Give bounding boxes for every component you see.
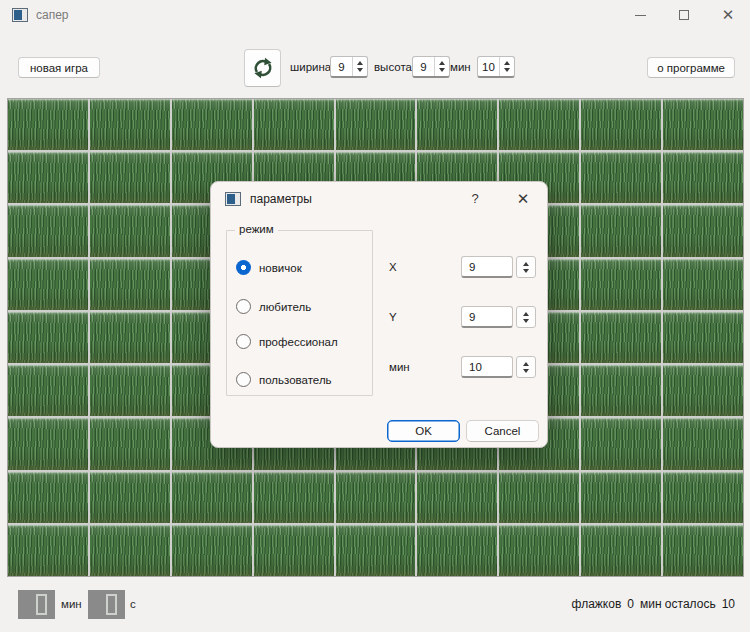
tile[interactable] <box>581 312 661 363</box>
tile[interactable] <box>90 365 170 416</box>
tile[interactable] <box>417 472 497 523</box>
tile[interactable] <box>90 152 170 203</box>
tile[interactable] <box>8 152 88 203</box>
spin-down-icon[interactable] <box>439 68 445 72</box>
tile[interactable] <box>172 525 252 576</box>
height-spinner[interactable]: 9 <box>412 56 450 78</box>
tile[interactable] <box>8 312 88 363</box>
dialog-mines-spinner[interactable]: 10 <box>461 356 536 378</box>
dialog-help-button[interactable]: ? <box>457 182 493 215</box>
tile[interactable] <box>663 418 743 469</box>
mines-spin-buttons[interactable] <box>499 57 514 76</box>
tile[interactable] <box>581 152 661 203</box>
dialog-mines-value[interactable]: 10 <box>461 356 513 378</box>
ok-button[interactable]: OK <box>387 420 460 442</box>
spin-down-icon[interactable] <box>523 269 529 273</box>
tile[interactable] <box>581 365 661 416</box>
tile[interactable] <box>8 205 88 256</box>
tile[interactable] <box>8 472 88 523</box>
dialog-close-button[interactable]: ✕ <box>505 182 541 215</box>
spin-up-icon[interactable] <box>504 61 510 65</box>
tile[interactable] <box>90 418 170 469</box>
tile[interactable] <box>90 259 170 310</box>
spin-up-icon[interactable] <box>523 262 529 266</box>
spin-down-icon[interactable] <box>523 319 529 323</box>
tile[interactable] <box>336 99 416 150</box>
tile[interactable] <box>499 99 579 150</box>
refresh-button[interactable] <box>244 49 281 87</box>
y-spinner[interactable]: 9 <box>461 306 536 328</box>
tile[interactable] <box>172 99 252 150</box>
spin-up-icon[interactable] <box>439 61 445 65</box>
radio-novice[interactable]: новичок <box>236 260 302 275</box>
radio-custom[interactable]: пользователь <box>236 372 332 387</box>
tile[interactable] <box>581 418 661 469</box>
tile[interactable] <box>663 152 743 203</box>
tile[interactable] <box>90 472 170 523</box>
tile[interactable] <box>663 472 743 523</box>
tile[interactable] <box>663 365 743 416</box>
seconds-unit-label: с <box>130 598 136 610</box>
radio-icon[interactable] <box>236 372 251 387</box>
tile[interactable] <box>90 205 170 256</box>
spin-up-icon[interactable] <box>357 61 363 65</box>
tile[interactable] <box>8 99 88 150</box>
about-button[interactable]: о программе <box>647 57 735 78</box>
tile[interactable] <box>8 525 88 576</box>
spin-down-icon[interactable] <box>504 68 510 72</box>
tile[interactable] <box>663 312 743 363</box>
spin-down-icon[interactable] <box>357 68 363 72</box>
tile[interactable] <box>254 99 334 150</box>
tile[interactable] <box>336 525 416 576</box>
y-value[interactable]: 9 <box>461 306 513 328</box>
x-spinner[interactable]: 9 <box>461 256 536 278</box>
close-button[interactable]: ✕ <box>706 0 750 30</box>
titlebar[interactable]: сапер ✕ <box>0 0 750 30</box>
tile[interactable] <box>663 259 743 310</box>
radio-icon[interactable] <box>236 260 251 275</box>
tile[interactable] <box>336 472 416 523</box>
tile[interactable] <box>90 99 170 150</box>
tile[interactable] <box>254 525 334 576</box>
x-spin-buttons[interactable] <box>516 256 536 278</box>
tile[interactable] <box>581 472 661 523</box>
tile[interactable] <box>499 472 579 523</box>
tile[interactable] <box>663 99 743 150</box>
tile[interactable] <box>581 259 661 310</box>
spin-up-icon[interactable] <box>523 312 529 316</box>
tile[interactable] <box>581 205 661 256</box>
spin-down-icon[interactable] <box>523 369 529 373</box>
height-value: 9 <box>413 57 434 76</box>
tile[interactable] <box>581 525 661 576</box>
radio-icon[interactable] <box>236 299 251 314</box>
radio-icon[interactable] <box>236 334 251 349</box>
tile[interactable] <box>8 259 88 310</box>
maximize-button[interactable] <box>662 0 706 30</box>
width-spinner[interactable]: 9 <box>330 56 368 78</box>
dialog-titlebar[interactable]: параметры ? ✕ <box>211 182 547 215</box>
tile[interactable] <box>254 472 334 523</box>
radio-amateur[interactable]: любитель <box>236 299 311 314</box>
tile[interactable] <box>499 525 579 576</box>
tile[interactable] <box>663 525 743 576</box>
width-spin-buttons[interactable] <box>352 57 367 76</box>
tile[interactable] <box>417 525 497 576</box>
radio-professional[interactable]: профессионал <box>236 334 338 349</box>
new-game-button[interactable]: новая игра <box>18 57 100 78</box>
mines-spin-buttons[interactable] <box>516 356 536 378</box>
tile[interactable] <box>8 365 88 416</box>
minimize-button[interactable] <box>618 0 662 30</box>
tile[interactable] <box>417 99 497 150</box>
height-spin-buttons[interactable] <box>434 57 449 76</box>
y-spin-buttons[interactable] <box>516 306 536 328</box>
tile[interactable] <box>90 312 170 363</box>
spin-up-icon[interactable] <box>523 362 529 366</box>
cancel-button[interactable]: Cancel <box>466 420 539 442</box>
tile[interactable] <box>90 525 170 576</box>
x-value[interactable]: 9 <box>461 256 513 278</box>
tile[interactable] <box>581 99 661 150</box>
tile[interactable] <box>663 205 743 256</box>
mines-spinner[interactable]: 10 <box>477 56 515 78</box>
tile[interactable] <box>172 472 252 523</box>
tile[interactable] <box>8 418 88 469</box>
